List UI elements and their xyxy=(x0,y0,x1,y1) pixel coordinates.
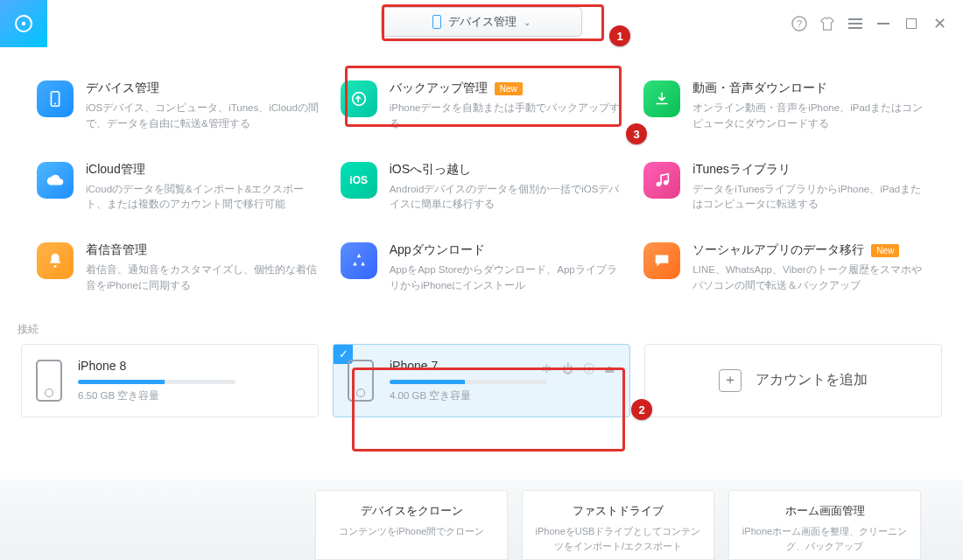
header-tab-wrap: デバイス管理 ⌄ xyxy=(381,7,582,37)
feature-text: 着信音管理着信音、通知音をカスタマイズし、個性的な着信音をiPhoneに同期する xyxy=(86,242,320,294)
gear-icon[interactable]: ✲ xyxy=(540,363,552,375)
feature-card[interactable]: 動画・音声ダウンロードオンライン動画・音声をiPhone、iPadまたはコンピュ… xyxy=(643,80,926,132)
feature-title: iOSへ引っ越し xyxy=(390,162,623,178)
feature-desc: iOSデバイス、コンピュータ、iTunes、iCloudの間で、データを自由に転… xyxy=(86,101,320,132)
feature-title: iTunesライブラリ xyxy=(692,162,926,178)
feature-text: デバイス管理iOSデバイス、コンピュータ、iTunes、iCloudの間で、デー… xyxy=(86,80,320,132)
feature-card[interactable]: iTunesライブラリデータをiTunesライブラリからiPhone、iPadま… xyxy=(643,162,926,214)
device-icon xyxy=(37,80,74,117)
app-logo xyxy=(0,0,47,47)
feature-card[interactable]: iCloud管理iCoudのデータを閲覧&インポート&エクスポート、または複数の… xyxy=(37,162,320,214)
feature-card[interactable]: デバイス管理iOSデバイス、コンピュータ、iTunes、iCloudの間で、デー… xyxy=(37,80,320,132)
svg-point-8 xyxy=(664,180,669,186)
tab-label: デバイス管理 xyxy=(448,14,517,30)
svg-point-5 xyxy=(54,102,56,104)
menu-icon[interactable] xyxy=(847,16,863,32)
new-badge: New xyxy=(495,82,523,95)
feature-desc: LINE、WhatsApp、Viberのトーク履歴をスマホやパソコンの間で転送＆… xyxy=(692,262,926,294)
bottom-card-home[interactable]: ホーム画面管理 iPhoneホーム画面を整理、クリーニング、バックアップ xyxy=(728,490,921,560)
window-controls: ? ✕ xyxy=(791,16,963,32)
bottom-title: ホーム画面管理 xyxy=(742,503,908,519)
phone-outline-icon xyxy=(36,360,62,402)
device-name: iPhone 7 xyxy=(390,359,438,373)
feature-title: 着信音管理 xyxy=(86,242,320,258)
svg-text:?: ? xyxy=(797,18,802,29)
minimize-icon[interactable] xyxy=(875,16,891,32)
feature-title: iCloud管理 xyxy=(86,162,320,178)
svg-point-1 xyxy=(22,22,25,25)
feature-text: iTunesライブラリデータをiTunesライブラリからiPhone、iPadま… xyxy=(692,162,926,214)
feature-desc: オンライン動画・音声をiPhone、iPadまたはコンピュータにダウンロードする xyxy=(692,101,926,132)
power-icon[interactable]: ⏻ xyxy=(561,363,573,375)
feature-desc: 着信音、通知音をカスタマイズし、個性的な着信音をiPhoneに同期する xyxy=(86,262,320,294)
feature-text: iCloud管理iCoudのデータを閲覧&インポート&エクスポート、または複数の… xyxy=(86,162,320,214)
device-name: iPhone 8 xyxy=(78,359,304,373)
bottom-strip: デバイスをクローン コンテンツをiPhone間でクローン ファストドライブ iP… xyxy=(0,480,963,560)
close-icon[interactable]: ✕ xyxy=(931,16,947,32)
feature-card[interactable]: バックアップ管理NewiPhoneデータを自動または手動でバックアップする xyxy=(341,80,623,132)
feature-card[interactable]: ソーシャルアプリのデータ移行NewLINE、WhatsApp、Viberのトーク… xyxy=(643,242,926,294)
step-badge-3: 3 xyxy=(626,123,647,144)
feature-title: バックアップ管理New xyxy=(390,80,623,96)
feature-desc: データをiTunesライブラリからiPhone、iPadまたはコンピュータに転送… xyxy=(692,182,926,214)
backup-icon xyxy=(341,80,377,117)
skin-icon[interactable] xyxy=(819,16,835,32)
cloud-icon xyxy=(37,162,74,199)
device-card-iphone8[interactable]: iPhone 8 6.50 GB 空き容量 xyxy=(21,344,319,417)
app-icon xyxy=(341,242,377,279)
bottom-title: ファストドライブ xyxy=(535,503,701,519)
device-mini-icons: ✲ ⏻ ⓘ ⏏ xyxy=(540,363,615,375)
step-badge-1: 1 xyxy=(609,25,630,46)
feature-title: Appダウンロード xyxy=(390,242,623,258)
feature-title: ソーシャルアプリのデータ移行New xyxy=(692,242,926,258)
bell-icon xyxy=(37,242,74,279)
eject-icon[interactable]: ⏏ xyxy=(603,363,615,375)
device-card-iphone7[interactable]: ✓ iPhone 7 ✲ ⏻ ⓘ ⏏ 4.00 GB 空き容量 xyxy=(333,344,630,417)
add-account-label: アカウントを追加 xyxy=(756,371,868,389)
bottom-desc: コンテンツをiPhone間でクローン xyxy=(328,524,495,539)
info-icon[interactable]: ⓘ xyxy=(582,363,594,375)
connection-row: iPhone 8 6.50 GB 空き容量 ✓ iPhone 7 ✲ ⏻ ⓘ ⏏… xyxy=(0,344,963,417)
social-icon xyxy=(643,242,680,279)
feature-desc: iCoudのデータを閲覧&インポート&エクスポート、または複数のアカウント間で移… xyxy=(86,182,320,214)
connection-label: 接続 xyxy=(0,322,963,344)
device-free: 4.00 GB 空き容量 xyxy=(390,389,615,402)
bottom-desc: iPhoneをUSBドライブとしてコンテンツをインポート/エクスポート xyxy=(535,524,701,553)
itunes-icon xyxy=(643,162,680,199)
device-info: iPhone 8 6.50 GB 空き容量 xyxy=(78,359,304,402)
device-info: iPhone 7 ✲ ⏻ ⓘ ⏏ 4.00 GB 空き容量 xyxy=(390,359,615,402)
step-badge-2: 2 xyxy=(631,399,652,420)
svg-point-6 xyxy=(352,93,365,106)
add-account-card[interactable]: ＋ アカウントを追加 xyxy=(644,344,942,417)
new-badge: New xyxy=(871,244,899,257)
bottom-desc: iPhoneホーム画面を整理、クリーニング、バックアップ xyxy=(742,524,908,553)
bottom-card-clone[interactable]: デバイスをクローン コンテンツをiPhone間でクローン xyxy=(315,490,508,560)
device-free: 6.50 GB 空き容量 xyxy=(78,389,304,402)
feature-title: デバイス管理 xyxy=(86,80,320,96)
device-manage-tab[interactable]: デバイス管理 ⌄ xyxy=(381,7,582,37)
header: デバイス管理 ⌄ ? ✕ xyxy=(0,0,963,47)
download-icon xyxy=(643,80,680,117)
help-icon[interactable]: ? xyxy=(791,16,807,32)
chevron-down-icon: ⌄ xyxy=(524,18,531,27)
feature-text: バックアップ管理NewiPhoneデータを自動または手動でバックアップする xyxy=(390,80,623,132)
feature-text: AppダウンロードAppをApp Storeからダウンロード、Appライブラリか… xyxy=(390,242,623,294)
feature-title: 動画・音声ダウンロード xyxy=(692,80,926,96)
ios-icon: iOS xyxy=(341,162,377,199)
phone-outline-icon xyxy=(348,360,374,402)
feature-card[interactable]: iOSiOSへ引っ越しAndroidデバイスのデータを個別か一括でiOSデバイス… xyxy=(341,162,623,214)
bottom-title: デバイスをクローン xyxy=(328,503,495,519)
plus-icon: ＋ xyxy=(719,369,742,392)
maximize-icon[interactable] xyxy=(903,16,919,32)
svg-point-7 xyxy=(657,181,662,186)
feature-card[interactable]: AppダウンロードAppをApp Storeからダウンロード、Appライブラリか… xyxy=(341,242,623,294)
feature-grid: デバイス管理iOSデバイス、コンピュータ、iTunes、iCloudの間で、デー… xyxy=(0,47,963,322)
storage-bar xyxy=(390,380,547,384)
bottom-card-fastdrive[interactable]: ファストドライブ iPhoneをUSBドライブとしてコンテンツをインポート/エク… xyxy=(522,490,714,560)
feature-card[interactable]: 着信音管理着信音、通知音をカスタマイズし、個性的な着信音をiPhoneに同期する xyxy=(37,242,320,294)
feature-desc: Androidデバイスのデータを個別か一括でiOSデバイスに簡単に移行する xyxy=(390,182,623,214)
feature-text: ソーシャルアプリのデータ移行NewLINE、WhatsApp、Viberのトーク… xyxy=(692,242,926,294)
feature-desc: iPhoneデータを自動または手動でバックアップする xyxy=(390,101,623,132)
storage-bar xyxy=(78,380,235,384)
feature-text: 動画・音声ダウンロードオンライン動画・音声をiPhone、iPadまたはコンピュ… xyxy=(692,80,926,132)
